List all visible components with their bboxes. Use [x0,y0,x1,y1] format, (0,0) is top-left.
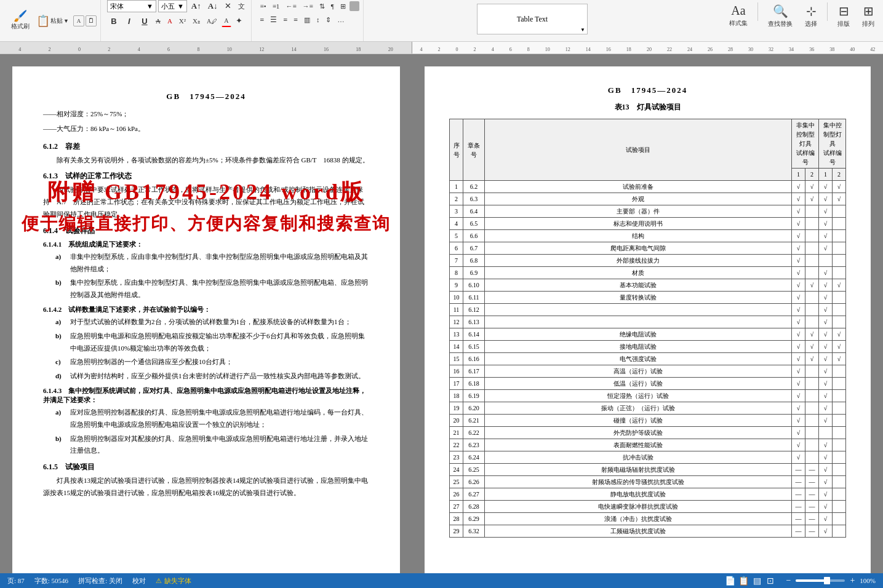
section-614-title: 6.1.4 试验样品 [43,226,369,236]
text-color-button[interactable]: A [222,15,231,27]
cell-num: 15 [450,353,463,365]
underline-button[interactable]: U [138,15,151,27]
sort-button[interactable]: ⇅ [317,0,327,12]
table-text-dropdown-icon[interactable]: ▼ [578,25,588,34]
find-replace-button[interactable]: 🔍 查找替换 [764,2,796,30]
right-toolbar: Aa 样式集 🔍 查找替换 ⊹ 选择 ⊟ 排版 ⊞ 排列 [725,2,878,30]
paste-option2[interactable]: 🗒 [86,15,97,26]
cell-clause: 6.18 [463,378,485,390]
cell-clause: 6.7 [463,242,485,255]
font-increase-button[interactable]: A↑ [189,0,204,12]
table-text-style-box[interactable]: Table Text ▼ [477,4,588,34]
bold-button[interactable]: B [107,15,121,27]
cell-v4 [833,415,846,427]
select-button[interactable]: ⊹ 选择 [801,2,821,30]
cell-v2 [805,451,819,464]
superscript-button[interactable]: X² [177,15,188,27]
cell-v2 [805,390,819,402]
font-clear-button[interactable]: ✕ [222,0,234,12]
cell-clause: 6.2 [463,181,485,193]
test-items-table: 序号 章条号 试验项目 非集中控制型灯具试样编号 集中控制型灯具试样编号 1 2… [449,119,846,538]
right-document-area[interactable]: GB 17945—2024 表13 灯具试验项目 序号 章条号 试验项目 非集中… [412,54,883,573]
line-spacing-button[interactable]: ↕ [314,14,322,26]
para-spacing-button[interactable]: ⇕ [323,14,334,26]
cell-num: 16 [450,365,463,378]
strikethrough-button[interactable]: A [153,15,163,27]
cell-v4 [833,292,846,304]
column-button[interactable]: ▥ [302,14,313,26]
cell-clause: 6.24 [463,451,485,464]
style-set-button[interactable]: Aa 样式集 [725,2,751,29]
paste-button[interactable]: 📋 粘贴 ▼ [34,13,71,29]
align-left-button[interactable]: ≡ [258,14,267,26]
shading-button[interactable] [350,1,359,11]
view-icon-3[interactable]: ▤ [751,575,762,586]
table-header-row1: 序号 章条号 试验项目 非集中控制型灯具试样编号 集中控制型灯具试样编号 [450,119,846,169]
font-phonetic-button[interactable]: 文 [236,0,247,12]
paste-option1[interactable]: A [73,15,84,26]
zoom-bar[interactable] [796,579,845,582]
ruler-mark-10: 10 [227,47,232,52]
ruler-mark-12: 12 [259,47,264,52]
calibration-button[interactable]: 校对 [132,576,146,586]
font-decrease-button[interactable]: A↓ [206,0,220,12]
cell-num: 11 [450,304,463,316]
list-text-d2: 试样为密封结构时，应至少额外提供1台未密封的试样进行产品一致性核实及内部电路等参… [70,370,365,383]
warning-indicator: ⚠ 缺失字体 [156,576,191,586]
cell-clause: 6.10 [463,279,485,292]
ruler-mark-18: 18 [356,47,361,52]
cell-clause: 6.16 [463,353,485,365]
font-size-selector[interactable]: 小五 ▼ [158,0,187,12]
highlight-button[interactable]: A🖊 [204,15,220,27]
section-612: 6.1.2 容差 除有关条文另有说明外，各项试验数据的容差均为±5%；环境条件参… [43,141,369,167]
list-number-button[interactable]: ≡1 [270,0,282,12]
view-icon-1[interactable]: 📄 [724,575,735,586]
zoom-in-button[interactable]: + [847,576,857,586]
section-612-text: 除有关条文另有说明外，各项试验数据的容差均为±5%；环境条件参数偏差应符合 GB… [43,154,369,167]
more-para-button[interactable]: … [335,14,346,26]
ruler-right: 4 2 0 2 4 6 8 10 12 14 16 18 20 22 24 26… [412,42,883,54]
zoom-handle[interactable] [824,577,830,584]
cell-item: 静电放电抗扰度试验 [485,488,792,501]
font-color-button[interactable]: A [165,15,175,27]
cell-v2 [805,365,819,378]
indent-decrease-button[interactable]: ←≡ [283,0,298,12]
cell-clause: 6.27 [463,488,485,501]
ruler-mark-4r: 4 [138,47,140,52]
align-right-button[interactable]: ≡ [281,14,290,26]
cell-clause: 6.12 [463,304,485,316]
cell-item: 接地电阻试验 [485,341,792,353]
cell-clause: 6.13 [463,316,485,328]
cell-v3: √ [819,464,833,476]
border-button[interactable]: ⊞ [338,0,348,12]
view-icon-4[interactable]: ⊡ [765,575,776,586]
align-center-button[interactable]: ☰ [268,14,279,26]
ruler-r-18: 18 [626,47,631,52]
list-bullet-button[interactable]: ≡• [258,0,269,12]
columns-button[interactable]: ⊞ 排列 [858,2,878,30]
clear-format-button[interactable]: ✦ [233,15,245,27]
cell-v2 [805,255,819,267]
show-marks-button[interactable]: ¶ [329,0,337,12]
ruler-r-36: 36 [809,47,814,52]
font-name-selector[interactable]: 宋体 ▼ [107,0,156,12]
view-icon-2[interactable]: 📋 [738,575,749,586]
zoom-out-button[interactable]: − [783,576,793,586]
style-set-label: 样式集 [729,19,748,28]
indent-increase-button[interactable]: →≡ [300,0,316,12]
ruler-mark-16: 16 [324,47,329,52]
format-painter-button[interactable]: 🖌️ 格式刷 [9,9,32,32]
align-justify-button[interactable]: ≡ [291,14,300,26]
table-row: 22 6.23 表面耐燃性能试验 √ √ [450,439,846,451]
ruler-r-42: 42 [870,47,875,52]
cell-clause: 6.32 [463,525,485,538]
ruler-r-30: 30 [748,47,753,52]
italic-button[interactable]: I [122,15,136,27]
ruler-r-2: 2 [438,47,441,52]
left-document-area[interactable]: GB 17945—2024 ——相对湿度：25%～75%； ——大气压力：86 … [0,54,412,573]
subscript-button[interactable]: X₂ [190,15,202,27]
list-item-c2: c) 应急照明控制器的一个通信回路应至少配接10台灯具； [55,356,369,368]
cell-num: 25 [450,476,463,488]
cell-v3: √ [819,181,833,193]
layout-button[interactable]: ⊟ 排版 [834,2,853,30]
